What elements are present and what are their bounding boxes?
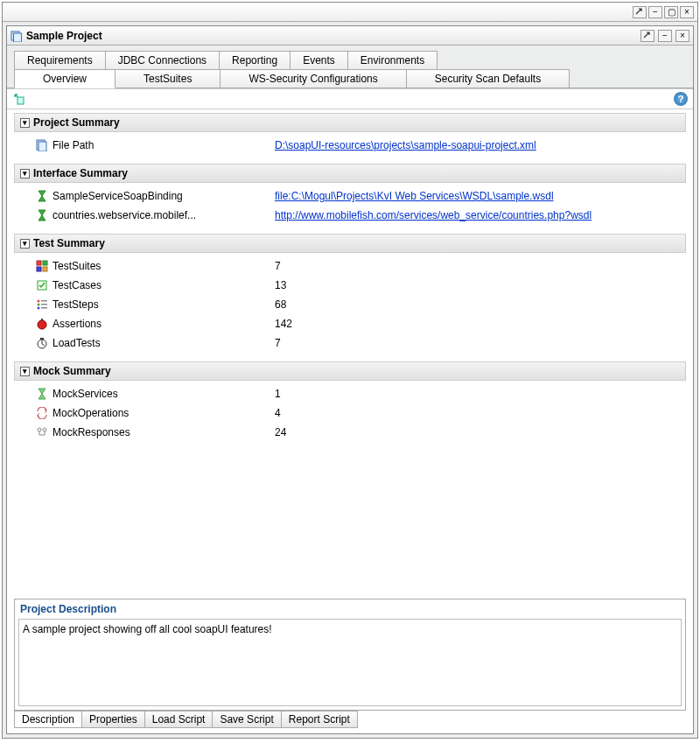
svg-rect-4 [38,142,46,151]
tab-securityscan[interactable]: Security Scan Defaults [406,69,570,88]
section-project-summary[interactable]: ▾ Project Summary [14,113,686,132]
close-button[interactable]: × [676,30,690,42]
row-label: MockServices [52,388,271,400]
svg-rect-8 [43,267,47,271]
row-label: TestSteps [52,298,271,311]
top-tabs: Requirements JDBC Connections Reporting … [7,46,693,70]
tab-jdbc[interactable]: JDBC Connections [105,51,220,69]
svg-rect-1 [14,33,22,42]
description-text[interactable]: A sample project showing off all cool so… [18,619,682,706]
section-title: Interface Summary [33,167,128,179]
maximize-button[interactable]: ▢ [664,6,678,18]
row-assertions: Assertions 142 [14,314,686,333]
tab-overview[interactable]: Overview [14,69,116,88]
detach-icon[interactable] [633,6,647,18]
row-label: MockResponses [52,426,271,438]
btab-loadscript[interactable]: Load Script [144,711,214,728]
wsdl-link[interactable]: http://www.mobilefish.com/services/web_s… [275,209,592,221]
row-label: Assertions [52,318,271,330]
tab-testsuites[interactable]: TestSuites [115,69,220,88]
row-file-path: File Path D:\soapUI-resources\projects\s… [14,136,686,155]
description-panel: Project Description A sample project sho… [14,599,686,711]
svg-rect-13 [41,304,47,305]
collapse-icon: ▾ [20,169,30,179]
row-testsuites: TestSuites 7 [14,256,686,276]
row-label: SampleServiceSoapBinding [52,190,271,202]
row-value: 13 [275,279,286,291]
svg-rect-11 [41,300,47,302]
file-icon [35,138,49,152]
btab-description[interactable]: Description [14,711,82,728]
detach-icon[interactable] [640,30,654,42]
row-label: TestSuites [52,260,271,272]
tab-requirements[interactable]: Requirements [14,51,106,69]
btab-reportscript[interactable]: Report Script [281,711,358,728]
row-value: 24 [275,426,286,438]
help-icon[interactable]: ? [674,92,688,106]
wsdl-link[interactable]: file:C:\Mogul\Projects\KvI Web Services\… [275,190,554,202]
testcases-icon [35,278,49,292]
interface-icon [35,189,49,203]
inner-titlebar: Sample Project − × [7,26,693,46]
close-button[interactable]: × [680,6,694,18]
row-label: MockOperations [52,407,271,419]
outer-titlebar: − ▢ × [3,3,697,22]
section-title: Mock Summary [33,365,111,377]
row-value: 4 [275,407,281,419]
svg-point-10 [38,300,40,303]
row-value: 7 [275,260,281,272]
outer-window: − ▢ × Sample Project − × Requirements JD… [2,2,698,739]
section-interface-summary[interactable]: ▾ Interface Summary [14,164,686,183]
row-mockoperations: MockOperations 4 [14,403,686,423]
btab-properties[interactable]: Properties [81,711,145,728]
svg-rect-6 [43,261,47,265]
minimize-button[interactable]: − [648,6,662,18]
section-test-summary[interactable]: ▾ Test Summary [14,234,686,253]
row-teststeps: TestSteps 68 [14,295,686,314]
collapse-icon: ▾ [20,239,30,249]
file-path-link[interactable]: D:\soapUI-resources\projects\sample-soap… [275,139,536,151]
row-label: LoadTests [52,337,271,349]
row-interface: countries.webservice.mobilef... http://w… [14,206,686,225]
minimize-button[interactable]: − [658,30,672,42]
bottom-tabs: Description Properties Load Script Save … [7,711,693,733]
collapse-icon: ▾ [20,367,30,376]
collapse-icon: ▾ [20,118,30,128]
section-title: Project Summary [33,116,120,129]
row-value: 1 [275,388,281,400]
tab-wssecurity[interactable]: WS-Security Configurations [220,69,406,88]
svg-rect-19 [40,338,44,340]
mockservices-icon [35,387,49,401]
row-label: countries.webservice.mobilef... [52,209,271,221]
tab-reporting[interactable]: Reporting [219,51,290,69]
tab-events[interactable]: Events [290,51,348,69]
teststeps-icon [35,298,49,312]
sub-tabs: Overview TestSuites WS-Security Configur… [7,69,693,88]
svg-point-21 [43,428,46,431]
mockoperations-icon [35,406,49,420]
overview-content: ▾ Project Summary File Path D:\soapUI-re… [7,109,693,595]
svg-point-14 [38,307,40,310]
svg-rect-2 [18,97,24,104]
loadtests-icon [35,336,49,350]
description-title: Project Description [15,599,685,619]
import-icon[interactable] [12,92,26,106]
interface-icon [35,208,49,222]
row-mockservices: MockServices 1 [14,384,686,403]
project-icon [10,30,23,42]
section-title: Test Summary [33,237,105,249]
mockresponses-icon [35,425,49,439]
testsuites-icon [35,259,49,273]
btab-savescript[interactable]: Save Script [212,711,281,728]
svg-rect-5 [37,261,41,265]
row-label: File Path [52,139,271,151]
tab-environments[interactable]: Environments [347,51,438,69]
svg-rect-15 [41,307,47,309]
section-mock-summary[interactable]: ▾ Mock Summary [14,361,686,381]
svg-point-20 [38,428,41,431]
row-value: 68 [275,298,286,311]
row-mockresponses: MockResponses 24 [14,423,686,442]
toolbar: ? [7,88,693,109]
row-loadtests: LoadTests 7 [14,333,686,353]
svg-point-16 [38,320,46,329]
